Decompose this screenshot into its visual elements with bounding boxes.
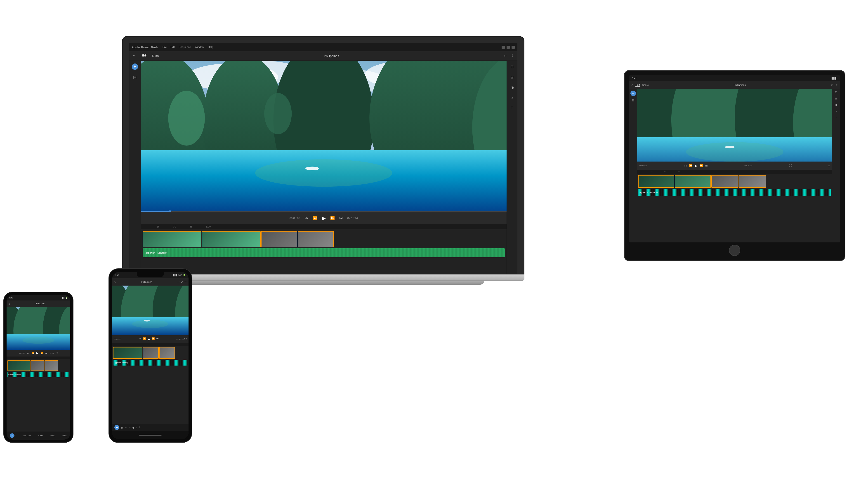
tablet-play-btn[interactable]: ▶ xyxy=(694,164,698,168)
home-icon[interactable]: ⌂ xyxy=(133,54,138,59)
tablet-ff-btn[interactable]: ⏩ xyxy=(700,164,703,167)
tablet-tab-share[interactable]: Share xyxy=(642,84,649,86)
phone-large-rew[interactable]: ⏪ xyxy=(143,337,146,341)
tablet-audio-icon[interactable]: ♪ xyxy=(835,109,837,113)
tablet-undo-icon[interactable]: ↩ xyxy=(831,84,833,87)
audio-panel-icon[interactable]: ♪ xyxy=(509,95,515,101)
phone-large-fullscreen[interactable]: ⛶ xyxy=(184,338,187,340)
phone-large-transitions-btn[interactable]: ⇆ xyxy=(129,426,130,429)
tablet-clip-2[interactable] xyxy=(675,175,711,188)
tablet-titles-icon[interactable]: ↕ xyxy=(835,116,837,119)
phone-large-timeline: Ripperton - Echocity xyxy=(112,343,188,424)
phone-small-ruler xyxy=(6,357,70,359)
tablet-clip-4[interactable] xyxy=(739,175,766,188)
app-right-panel: ⊡ ⊞ ◑ ♪ T xyxy=(506,61,518,273)
close-button[interactable] xyxy=(512,46,515,49)
phone-large-clip-3[interactable] xyxy=(159,347,175,359)
menu-help[interactable]: Help xyxy=(208,46,213,49)
media-icon[interactable]: ▤ xyxy=(132,74,138,80)
phone-large-next[interactable]: ⏭ xyxy=(156,337,159,341)
tablet-transform-icon[interactable]: ⊞ xyxy=(835,97,837,100)
undo-icon[interactable]: ↩ xyxy=(503,54,506,58)
phone-large-home-icon[interactable]: ⌂ xyxy=(114,281,116,284)
phone-large-ff[interactable]: ⏩ xyxy=(152,337,155,341)
tablet-crop-icon[interactable]: ⊡ xyxy=(835,91,837,94)
menu-file[interactable]: File xyxy=(162,46,167,49)
tablet-next-btn[interactable]: ⏭ xyxy=(705,164,708,167)
color-icon[interactable]: ◑ xyxy=(509,84,515,91)
tablet-prev-btn[interactable]: ⏮ xyxy=(684,164,687,167)
phone-large-titles-btn[interactable]: T xyxy=(139,426,141,429)
tab-edit[interactable]: Edit xyxy=(142,54,147,58)
phone-small-clip-3[interactable] xyxy=(44,360,58,371)
app-toolbar: ⌂ Edit Share Philippines ↩ ⇪ xyxy=(129,51,518,61)
phone-small-title: Philippines xyxy=(11,302,68,305)
add-media-button[interactable]: + xyxy=(132,64,138,70)
titles-icon[interactable]: T xyxy=(509,105,515,111)
tablet-fullscreen-btn[interactable]: ⛶ xyxy=(789,164,792,167)
phone-small-audio-label-tab[interactable]: Audio xyxy=(50,434,55,437)
tab-share[interactable]: Share xyxy=(152,54,160,58)
transform-icon[interactable]: ⊞ xyxy=(509,74,515,80)
menu-window[interactable]: Window xyxy=(195,46,204,49)
tablet-share-icon[interactable]: ⇪ xyxy=(835,84,838,87)
phone-small-play[interactable]: ▶ xyxy=(36,352,38,355)
app-body: + ▤ xyxy=(129,61,518,273)
fast-forward-button[interactable]: ⏩ xyxy=(330,216,335,220)
crop-icon[interactable]: ⊡ xyxy=(509,64,515,70)
phone-large-color-btn[interactable]: ◑ xyxy=(132,426,134,429)
rewind-button[interactable]: ⏪ xyxy=(313,216,317,220)
phone-large-media-btn[interactable]: ▤ xyxy=(121,426,123,429)
phone-large-share-icon[interactable]: ↩ xyxy=(178,281,180,284)
clip-3[interactable] xyxy=(261,231,297,248)
clip-4-thumb xyxy=(298,232,333,247)
tablet-rew-btn[interactable]: ⏪ xyxy=(689,164,692,167)
tablet-home-button[interactable] xyxy=(729,245,740,256)
tablet-clip-1[interactable] xyxy=(638,175,674,188)
phone-small-expand[interactable]: ⛶ xyxy=(56,352,58,354)
play-button[interactable]: ▶ xyxy=(322,215,326,221)
phone-small-clip-1[interactable] xyxy=(7,360,30,371)
phone-small-titles-label[interactable]: Titles xyxy=(62,434,67,437)
menu-sequence[interactable]: Sequence xyxy=(179,46,191,49)
app-sidebar: + ▤ xyxy=(129,61,141,273)
phone-small-clip-2[interactable] xyxy=(31,360,44,371)
phone-large-timecode-end: 02:16:14 xyxy=(177,338,184,340)
tablet-menu-btn[interactable]: ≡ xyxy=(828,164,830,167)
phone-small-next[interactable]: ⏭ xyxy=(45,352,48,354)
phone-small-prev[interactable]: ⏮ xyxy=(27,352,29,354)
progress-fill xyxy=(141,211,170,212)
share-icon[interactable]: ⇪ xyxy=(511,54,514,58)
tablet-add-button[interactable]: + xyxy=(630,91,636,96)
phone-large-more-icon[interactable]: ⋯ xyxy=(184,281,187,284)
clip-1[interactable] xyxy=(143,231,202,248)
phone-large-export-icon[interactable]: ↗ xyxy=(181,281,183,284)
tablet-tab-edit[interactable]: Edit xyxy=(636,84,640,87)
go-to-start-button[interactable]: ⏮ xyxy=(305,216,308,220)
phone-small-home-icon[interactable]: ⌂ xyxy=(8,302,10,305)
clip-4[interactable] xyxy=(298,231,334,248)
phone-large-clip-1[interactable] xyxy=(113,347,143,359)
maximize-button[interactable] xyxy=(506,46,510,49)
phone-large-audio-btn[interactable]: ♪ xyxy=(136,426,137,429)
tablet-media-icon[interactable]: ▤ xyxy=(632,99,634,102)
phone-small-ff[interactable]: ⏩ xyxy=(41,352,43,354)
phone-small-color-label[interactable]: Color xyxy=(38,434,43,437)
phone-large-prev[interactable]: ⏮ xyxy=(139,337,141,341)
tablet-home-icon[interactable]: ⌂ xyxy=(631,83,633,87)
progress-bar[interactable] xyxy=(141,211,506,212)
phone-large-add-btn[interactable]: + xyxy=(114,425,119,430)
go-to-end-button[interactable]: ⏭ xyxy=(339,216,343,220)
phone-large-clip-2[interactable] xyxy=(143,347,159,359)
phone-large-cut-btn[interactable]: ✂ xyxy=(125,426,127,429)
tablet-clip-3[interactable] xyxy=(711,175,739,188)
phone-small-transitions-label[interactable]: Transitions xyxy=(22,434,31,437)
tablet-color-icon[interactable]: ◑ xyxy=(835,103,837,106)
phone-small-add-btn[interactable]: + xyxy=(10,433,14,438)
clip-2[interactable] xyxy=(202,231,260,248)
phone-large-toolbar: ⌂ Philippines ↩ ↗ ⋯ xyxy=(112,278,188,286)
minimize-button[interactable] xyxy=(502,46,505,49)
phone-large-play[interactable]: ▶ xyxy=(148,337,150,341)
phone-small-rew[interactable]: ⏪ xyxy=(32,352,34,354)
menu-edit[interactable]: Edit xyxy=(170,46,175,49)
